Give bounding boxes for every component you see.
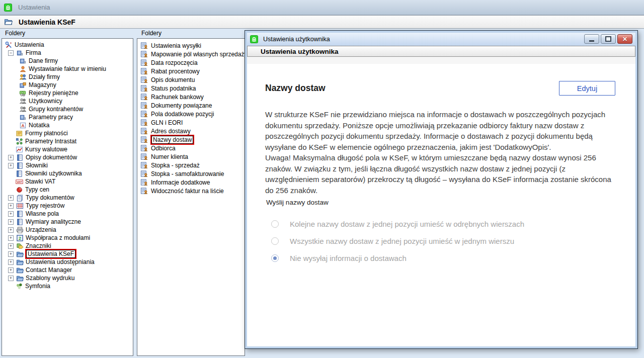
building-user-icon bbox=[140, 84, 148, 92]
tree-item[interactable]: Użytkownicy bbox=[2, 97, 133, 105]
tree-item[interactable]: Parametry Intrastat bbox=[2, 137, 133, 145]
main-titlebar[interactable]: Ustawienia bbox=[0, 0, 644, 15]
person-orange-icon bbox=[19, 65, 27, 73]
list-item[interactable]: Odbiorca bbox=[137, 144, 245, 152]
tree-item[interactable]: +Typy rejestrów bbox=[2, 202, 133, 210]
dialog-title: Ustawienia użytkownika bbox=[263, 36, 330, 43]
tree-item[interactable]: Grupy kontrahentów bbox=[2, 105, 133, 113]
tools-icon bbox=[5, 41, 13, 49]
grid-red-icon bbox=[16, 202, 24, 210]
radio-option[interactable]: Nie wysyłaj informacji o dostawach bbox=[271, 253, 524, 263]
module-2-icon: 2 bbox=[16, 234, 24, 242]
expand-icon[interactable]: + bbox=[8, 251, 14, 257]
list-item[interactable]: Rabat procentowy bbox=[137, 67, 245, 75]
building-user-icon bbox=[140, 42, 148, 49]
dialog-titlebar[interactable]: Ustawienia użytkownika ✕ bbox=[247, 33, 635, 46]
tree-item[interactable]: VATStawki VAT bbox=[2, 177, 133, 186]
building-user-icon bbox=[140, 153, 148, 160]
tree-item[interactable]: Kursy walutowe bbox=[2, 145, 133, 153]
tree-item[interactable]: Typy cen bbox=[2, 186, 133, 194]
tree-item[interactable]: +Szablony wydruku bbox=[2, 274, 133, 282]
tree-item[interactable]: −Firma bbox=[2, 49, 133, 57]
symfonia-icon bbox=[16, 283, 23, 290]
tree-item[interactable]: Symfonia bbox=[2, 282, 133, 290]
list-item[interactable]: Stopka - samofakturowanie bbox=[137, 169, 245, 178]
building-user-icon bbox=[140, 59, 148, 66]
list-item[interactable]: Ustawienia wysyłki bbox=[137, 41, 245, 50]
list-item[interactable]: Adres dostawy bbox=[137, 127, 245, 135]
list-item[interactable]: Data rozpoczęcia bbox=[137, 58, 245, 67]
expand-icon[interactable]: + bbox=[8, 259, 14, 265]
radio-unselected-icon[interactable] bbox=[271, 237, 279, 245]
tree-item[interactable]: Ustawienia bbox=[2, 41, 133, 49]
tree-item[interactable]: Magazyny bbox=[2, 81, 133, 89]
list-item[interactable]: Informacje dodatkowe bbox=[137, 178, 245, 187]
expand-icon[interactable]: + bbox=[8, 195, 14, 201]
list-item[interactable]: Opis dokumentu bbox=[137, 75, 245, 84]
list-item[interactable]: Stopka - sprzedaż bbox=[137, 161, 245, 169]
tree-item[interactable]: Parametry pracy bbox=[2, 113, 133, 121]
tree-item[interactable]: Działy firmy bbox=[2, 73, 133, 81]
list-item[interactable]: Dokumenty powiązane bbox=[137, 101, 245, 110]
radio-option[interactable]: Wszystkie nazwy dostaw z jednej pozycji … bbox=[271, 236, 524, 246]
tree-item[interactable]: Rejestry pieniężne bbox=[2, 89, 133, 97]
tree-item-label: Dane firmy bbox=[29, 57, 58, 64]
tree-item[interactable]: Wystawianie faktur w imieniu bbox=[2, 65, 133, 73]
tree-item[interactable]: +Typy dokumentów bbox=[2, 194, 133, 202]
building-user-icon bbox=[140, 76, 148, 83]
tree-item-label: Szablony wydruku bbox=[26, 275, 74, 282]
expand-icon[interactable]: + bbox=[8, 155, 14, 160]
tree-item[interactable]: +Własne pola bbox=[2, 210, 133, 218]
tree-item-label: Formy płatności bbox=[25, 130, 68, 137]
list-item[interactable]: Pola dodatkowe pozycji bbox=[137, 110, 245, 118]
tree-item[interactable]: +Contact Manager bbox=[2, 266, 133, 274]
radio-selected-icon[interactable] bbox=[271, 254, 279, 262]
list-item[interactable]: Nazwy dostaw bbox=[137, 135, 245, 144]
radio-option[interactable]: Kolejne nazwy dostaw z jednej pozycji um… bbox=[271, 219, 524, 229]
close-button[interactable]: ✕ bbox=[617, 34, 632, 44]
list-item[interactable]: Rachunek bankowy bbox=[137, 93, 245, 101]
tree-item[interactable]: Formy płatności bbox=[2, 129, 133, 137]
tree-item[interactable]: +Ustawienia KSeF bbox=[2, 250, 133, 258]
tree-item-label: Rejestry pieniężne bbox=[29, 89, 78, 97]
expand-icon[interactable]: + bbox=[8, 276, 14, 281]
printer-icon bbox=[16, 226, 24, 234]
tree-item[interactable]: Dane firmy bbox=[2, 57, 133, 65]
list-item[interactable]: Mapowanie pól własnych sprzedaży bbox=[137, 50, 245, 58]
expand-icon[interactable]: + bbox=[8, 243, 14, 249]
expand-icon[interactable]: + bbox=[8, 219, 14, 225]
expand-icon[interactable]: + bbox=[8, 235, 14, 241]
tree-item-label: Działy firmy bbox=[29, 73, 60, 80]
expand-icon[interactable]: + bbox=[8, 267, 14, 273]
building-user-icon bbox=[140, 119, 148, 126]
tree-item[interactable]: +Opisy dokumentów bbox=[2, 153, 133, 161]
list-item-label: Mapowanie pól własnych sprzedaży bbox=[151, 51, 245, 58]
collapse-icon[interactable]: − bbox=[8, 50, 14, 56]
tree-item[interactable]: +Znaczniki bbox=[2, 242, 133, 250]
list-item[interactable]: Numer klienta bbox=[137, 152, 245, 161]
tree-item[interactable]: +Ustawienia udostępniania bbox=[2, 258, 133, 266]
tree-item[interactable]: +2Współpraca z modułami bbox=[2, 234, 133, 242]
middle-panel-label: Foldery bbox=[141, 30, 162, 37]
list-item-label: Ustawienia wysyłki bbox=[151, 42, 201, 49]
tree-item-label: Typy cen bbox=[25, 186, 49, 193]
restore-button[interactable] bbox=[601, 34, 616, 44]
list-item[interactable]: Widoczność faktur na liście bbox=[137, 187, 245, 195]
description-paragraphs: W strukturze KSeF nie przewidziano miejs… bbox=[265, 109, 620, 196]
svg-text:2: 2 bbox=[19, 236, 21, 241]
tree-item[interactable]: Słowniki użytkownika bbox=[2, 169, 133, 177]
expand-icon[interactable]: + bbox=[8, 163, 14, 168]
tree-item[interactable]: +Wymiary analityczne bbox=[2, 218, 133, 226]
minimize-button[interactable] bbox=[584, 34, 599, 44]
expand-icon[interactable]: + bbox=[8, 203, 14, 209]
list-item[interactable]: GLN i EORI bbox=[137, 118, 245, 127]
tree-item[interactable]: +Urządzenia bbox=[2, 226, 133, 234]
tree-item[interactable]: ANotatka bbox=[2, 121, 133, 129]
expand-icon[interactable]: + bbox=[8, 227, 14, 233]
radio-unselected-icon[interactable] bbox=[271, 220, 279, 228]
tree-item[interactable]: +Słowniki bbox=[2, 161, 133, 169]
svg-text:A: A bbox=[21, 123, 24, 128]
list-item[interactable]: Status podatnika bbox=[137, 84, 245, 93]
expand-icon[interactable]: + bbox=[8, 211, 14, 217]
edit-button[interactable]: Edytuj bbox=[559, 81, 615, 96]
